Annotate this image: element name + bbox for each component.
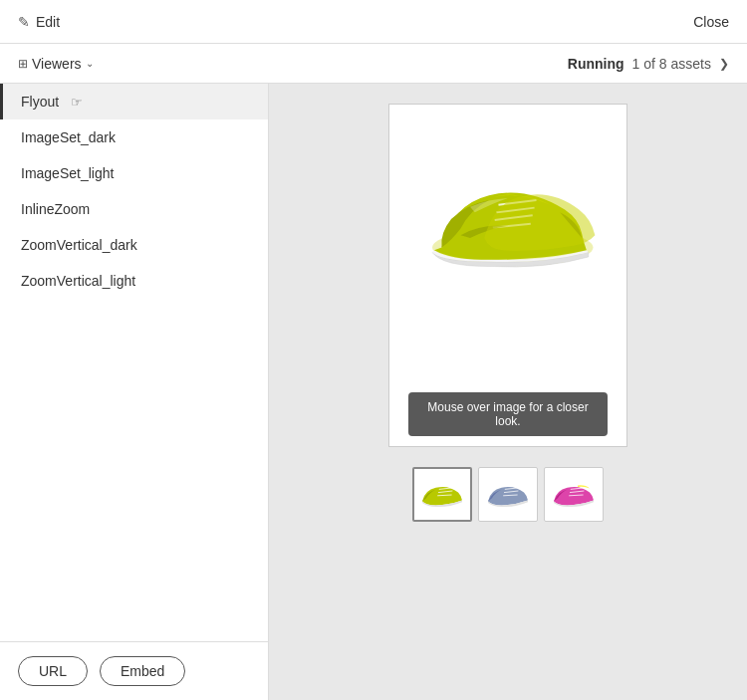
sidebar-item-label: InlineZoom (21, 201, 90, 217)
top-bar: ✎ Edit Close (0, 0, 747, 44)
sidebar-item-inlinezoom[interactable]: InlineZoom (0, 191, 268, 227)
sub-header: ⊞ Viewers ⌄ Running 1 of 8 assets ❯ (0, 44, 747, 84)
viewers-label: Viewers (32, 56, 82, 72)
preview-area: Mouse over image for a closer look. (269, 84, 747, 700)
viewers-icon: ⊞ (18, 57, 28, 71)
assets-count: 1 of 8 assets (632, 56, 711, 72)
running-status: Running (568, 56, 624, 72)
thumb-shoe-3 (550, 476, 598, 514)
thumbnail-2[interactable] (478, 467, 538, 522)
shoe-svg (413, 144, 603, 294)
chevron-down-icon: ⌄ (86, 58, 94, 69)
embed-button[interactable]: Embed (100, 656, 185, 686)
sidebar-item-imageset-dark[interactable]: ImageSet_dark (0, 119, 268, 155)
edit-section: ✎ Edit (18, 14, 60, 30)
sidebar-item-label: ZoomVertical_dark (21, 237, 137, 253)
image-viewer: Mouse over image for a closer look. (388, 104, 627, 447)
edit-label: Edit (36, 14, 60, 30)
thumbnail-3[interactable] (544, 467, 604, 522)
close-button[interactable]: Close (693, 14, 729, 30)
viewers-dropdown[interactable]: ⊞ Viewers ⌄ (18, 56, 94, 72)
sidebar-spacer (0, 299, 268, 641)
sidebar-item-imageset-light[interactable]: ImageSet_light (0, 155, 268, 191)
sidebar-footer: URL Embed (0, 641, 268, 700)
main-content: Flyout ☞ ImageSet_dark ImageSet_light In… (0, 84, 747, 700)
main-image (413, 124, 603, 314)
url-button[interactable]: URL (18, 656, 88, 686)
sidebar-item-zoomvertical-light[interactable]: ZoomVertical_light (0, 263, 268, 299)
status-section: Running 1 of 8 assets ❯ (568, 56, 729, 72)
edit-icon: ✎ (18, 14, 30, 30)
next-asset-button[interactable]: ❯ (719, 57, 729, 71)
thumb-shoe-2 (484, 476, 532, 514)
hover-tooltip: Mouse over image for a closer look. (408, 392, 608, 436)
sidebar-item-label: Flyout (21, 94, 59, 110)
sidebar: Flyout ☞ ImageSet_dark ImageSet_light In… (0, 84, 269, 700)
thumb-shoe-1 (418, 476, 466, 514)
thumbnail-1[interactable] (412, 467, 472, 522)
sidebar-item-label: ZoomVertical_light (21, 273, 135, 289)
sidebar-item-zoomvertical-dark[interactable]: ZoomVertical_dark (0, 227, 268, 263)
sidebar-item-flyout[interactable]: Flyout ☞ (0, 84, 268, 119)
sidebar-item-label: ImageSet_light (21, 165, 114, 181)
sidebar-item-label: ImageSet_dark (21, 129, 116, 145)
thumbnail-strip (412, 467, 604, 522)
